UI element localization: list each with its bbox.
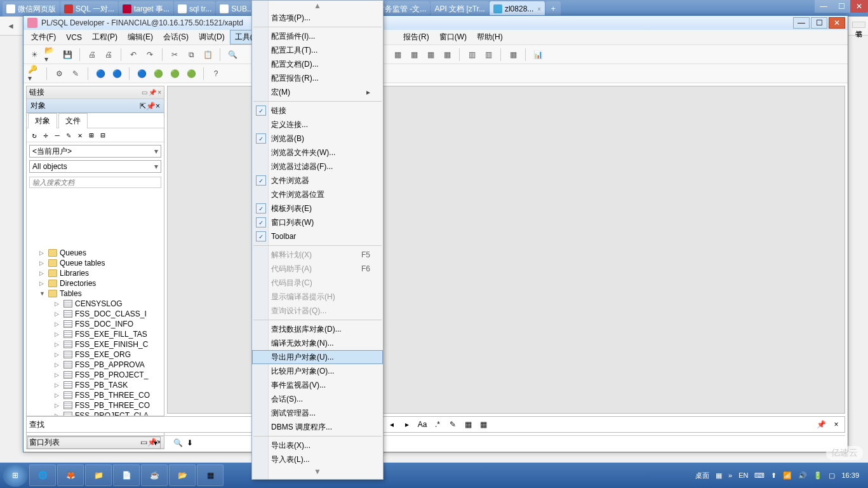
menu-debug[interactable]: 调试(D) <box>194 30 230 44</box>
menu-report[interactable]: 报告(R) <box>398 30 434 44</box>
tool-icon[interactable]: ▦ <box>424 48 437 62</box>
close-icon[interactable]: × <box>537 6 541 13</box>
copy-icon[interactable]: ⧉ <box>184 48 198 62</box>
redo-icon[interactable]: ↷ <box>143 48 157 62</box>
rename-icon[interactable]: ✎ <box>63 131 74 140</box>
menu-item[interactable]: ✓Toolbar <box>252 229 383 243</box>
expand-icon[interactable]: ▷ <box>55 341 61 348</box>
desktop-button[interactable]: 桌面 <box>695 471 709 480</box>
tree-table[interactable]: ▷FSS_EXE_FILL_TAS <box>27 329 164 339</box>
tree-table[interactable]: ▷FSS_DOC_INFO <box>27 319 164 329</box>
tool-icon[interactable]: ▥ <box>481 48 495 62</box>
help-icon[interactable]: ? <box>209 67 223 81</box>
menu-item[interactable]: DBMS 调度程序... <box>252 420 383 434</box>
menu-item[interactable]: 配置文档(D)... <box>252 57 383 71</box>
expand-icon[interactable]: ▷ <box>55 372 61 378</box>
highlight-icon[interactable]: ✎ <box>447 420 458 429</box>
expand-icon[interactable]: ▷ <box>55 301 61 307</box>
tool-icon[interactable]: ▦ <box>462 420 474 429</box>
taskbar-item-javaee[interactable]: ☕ <box>141 464 168 486</box>
tool-icon[interactable]: ▦ <box>391 48 404 62</box>
menu-item[interactable]: 宏(M)▸ <box>252 85 383 99</box>
wifi-icon[interactable]: 📶 <box>783 471 792 480</box>
pin-icon[interactable]: ⇱ <box>140 102 146 111</box>
browser-tab[interactable]: 微信网页版 <box>3 1 60 17</box>
tree-table[interactable]: ▷FSS_EXE_FINISH_C <box>27 339 164 349</box>
collapse-icon[interactable]: ▼ <box>39 290 46 297</box>
tree-table[interactable]: ▷FSS_EXE_ORG <box>27 349 164 360</box>
menu-item[interactable]: 导出表(X)... <box>252 438 383 452</box>
find-prev-icon[interactable]: ◂ <box>386 420 397 429</box>
tool-icon[interactable]: ▦ <box>506 48 520 62</box>
tool-icon[interactable]: ✎ <box>69 67 83 81</box>
menu-vcs[interactable]: VCS <box>61 31 87 44</box>
menu-window[interactable]: 窗口(W) <box>434 30 472 44</box>
expand-icon[interactable]: ▷ <box>39 270 46 276</box>
expand-icon[interactable]: ▷ <box>55 351 61 358</box>
minimize-button[interactable]: — <box>815 0 832 13</box>
pin-icon[interactable]: 📌 <box>146 102 156 111</box>
menu-item[interactable]: ✓窗口列表(W) <box>252 215 383 229</box>
tool-icon[interactable]: ▦ <box>407 48 421 62</box>
app-close-button[interactable]: ✕ <box>829 17 845 29</box>
menu-item[interactable]: ✓链接 <box>252 104 383 118</box>
app-maximize-button[interactable]: ☐ <box>811 17 827 29</box>
taskbar-item-ie[interactable]: 🌐 <box>29 464 56 486</box>
menu-item[interactable]: 事件监视器(V)... <box>252 378 383 392</box>
tree-table[interactable]: ▷FSS_PB_TASK <box>27 380 164 390</box>
menu-item[interactable]: ✓文件浏览器 <box>252 173 383 187</box>
browser-tab[interactable]: API 文档 [zTr... <box>431 1 489 17</box>
menu-item[interactable]: 文件浏览器位置 <box>252 187 383 201</box>
expand-icon[interactable]: ▷ <box>55 331 61 337</box>
menu-item[interactable]: 首选项(P)... <box>252 11 383 25</box>
menu-item[interactable]: 导入表(L)... <box>252 452 383 466</box>
filter-combo[interactable]: All objects▾ <box>29 160 161 173</box>
objects-section-header[interactable]: 对象 ⇱📌× <box>27 99 164 113</box>
close-icon[interactable]: × <box>831 420 842 429</box>
start-button[interactable]: ⊞ <box>3 464 28 487</box>
chart-icon[interactable]: 📊 <box>531 48 545 62</box>
tree-table[interactable]: ▷CENSYSLOG <box>27 299 164 309</box>
link-panel-header[interactable]: 链接 ▭📌× <box>27 86 164 99</box>
app-minimize-button[interactable]: — <box>793 17 810 29</box>
tree-folder[interactable]: ▷Libraries <box>27 268 164 278</box>
tab-objects[interactable]: 对象 <box>28 113 57 128</box>
tool-icon[interactable]: ▥ <box>465 48 479 62</box>
menu-file[interactable]: 文件(F) <box>26 30 61 44</box>
taskbar-item-folder[interactable]: 📂 <box>169 464 196 486</box>
menu-project[interactable]: 工程(P) <box>87 30 123 44</box>
tree-table[interactable]: ▷FSS_PB_PROJECT_ <box>27 370 164 380</box>
print-icon[interactable]: 🖨 <box>85 48 99 62</box>
menu-item[interactable]: 浏览器过滤器(F)... <box>252 159 383 173</box>
menu-edit[interactable]: 编辑(E) <box>123 30 158 44</box>
tool-icon[interactable]: 🔵 <box>110 67 124 81</box>
menu-session[interactable]: 会话(S) <box>158 30 194 44</box>
tree-folder[interactable]: ▷Directories <box>27 278 164 288</box>
object-search-input[interactable] <box>29 177 161 188</box>
status-icon[interactable]: 🔍 <box>173 438 183 447</box>
menu-item[interactable]: 编译无效对象(N)... <box>252 336 383 350</box>
save-icon[interactable]: 💾 <box>60 48 74 62</box>
print-icon[interactable]: 🖨 <box>102 48 116 62</box>
tree-folder[interactable]: ▷Queues <box>27 248 164 258</box>
status-icon[interactable]: ⬇ <box>187 438 193 447</box>
menu-item[interactable]: 测试管理器... <box>252 406 383 420</box>
tree-table[interactable]: ▷FSS_PB_THREE_CO <box>27 390 164 400</box>
expand-icon[interactable]: ▷ <box>55 362 61 368</box>
tool-icon[interactable]: 🟢 <box>151 67 165 81</box>
tool-icon[interactable]: ▦ <box>440 48 454 62</box>
taskbar-item-app[interactable]: ▦ <box>197 464 224 486</box>
menu-item[interactable]: 配置工具(T)... <box>252 43 383 57</box>
maximize-button[interactable]: ☐ <box>832 0 850 13</box>
action-center-icon[interactable]: ▢ <box>829 471 835 480</box>
tray-icon[interactable]: ⬆ <box>771 471 777 480</box>
find-next-icon[interactable]: ▸ <box>401 420 413 429</box>
open-icon[interactable]: 📂▾ <box>44 48 58 62</box>
expand-icon[interactable]: ▷ <box>55 392 61 398</box>
tree-table[interactable]: ▷FSS_PB_APPROVA <box>27 360 164 370</box>
key-icon[interactable]: 🔑▾ <box>27 67 41 81</box>
add-icon[interactable]: ✛ <box>41 131 51 140</box>
remove-icon[interactable]: — <box>52 131 62 140</box>
menu-item[interactable]: 导出用户对象(U)... <box>252 350 383 364</box>
tray-icon[interactable]: ▦ <box>716 471 722 480</box>
